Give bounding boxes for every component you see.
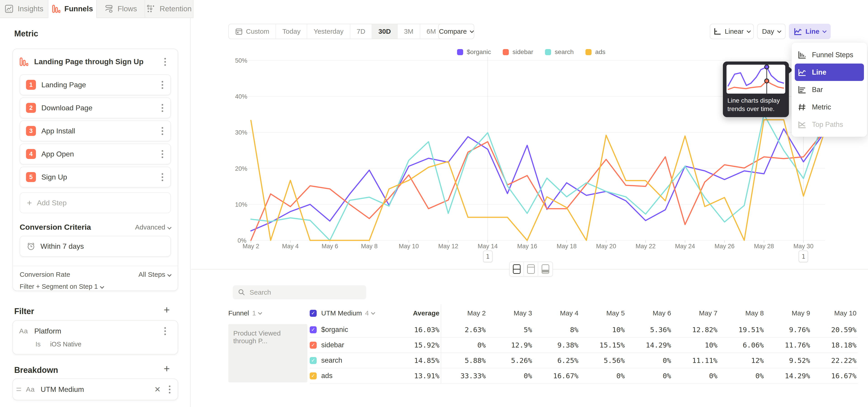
date-range-option[interactable]: 3M: [398, 24, 420, 39]
layout-chart-toggle[interactable]: [524, 262, 538, 276]
date-range-option[interactable]: Yesterday: [307, 24, 350, 39]
daily-value: 14.29%: [626, 338, 673, 353]
step-kebab-icon[interactable]: [160, 172, 164, 183]
annotation-marker[interactable]: 1: [483, 251, 493, 262]
drag-handle-icon[interactable]: [17, 388, 21, 391]
series-cell[interactable]: ✓$organic: [310, 322, 384, 338]
select-all-checkbox[interactable]: ✓: [310, 310, 317, 317]
bar-chart-icon: [798, 85, 807, 94]
close-icon[interactable]: ✕: [154, 385, 161, 394]
daily-value: 11.11%: [673, 353, 719, 368]
tab-retention[interactable]: Retention: [145, 0, 193, 18]
step-kebab-icon[interactable]: [160, 80, 164, 90]
series-checkbox[interactable]: ✓: [310, 357, 317, 364]
y-axis-label: 30%: [235, 129, 246, 136]
search-input[interactable]: [250, 288, 361, 296]
x-axis-label: May 26: [711, 243, 738, 250]
funnel-step-row[interactable]: 4App Open: [20, 144, 171, 164]
x-axis-label: May 24: [672, 243, 699, 250]
series-cell[interactable]: ✓search: [310, 353, 384, 368]
conversion-rate-label: Conversion Rate: [20, 271, 70, 278]
add-step-button[interactable]: + Add Step: [20, 192, 171, 213]
filter-heading: Filter: [14, 307, 34, 316]
funnel-step-row[interactable]: 2Download Page: [20, 97, 171, 118]
filter-condition[interactable]: Is iOS Native: [35, 341, 81, 348]
filter-card[interactable]: Aa Platform Is iOS Native: [12, 320, 178, 354]
filter-property: Platform: [34, 327, 61, 335]
date-column-header: May 8: [719, 309, 765, 317]
conversion-mode-select[interactable]: Advanced: [135, 223, 171, 231]
tab-flows[interactable]: Flows: [97, 0, 145, 18]
scale-select[interactable]: Linear: [710, 24, 754, 39]
series-checkbox[interactable]: ✓: [310, 342, 317, 349]
metric-card-header[interactable]: Landing Page through Sign Up: [19, 54, 173, 70]
metric-kebab-icon[interactable]: [163, 57, 167, 67]
breakdown-column-select[interactable]: ✓ UTM Medium 4: [310, 309, 384, 317]
funnel-steps-icon: [798, 51, 807, 60]
series-cell[interactable]: ✓ads: [310, 368, 384, 384]
average-value: 16.03%: [384, 322, 441, 338]
average-value: 15.92%: [384, 338, 441, 353]
daily-value: 20.59%: [811, 322, 858, 338]
chart-type-option-metric[interactable]: Metric: [792, 98, 867, 116]
tab-funnels[interactable]: Funnels: [49, 0, 97, 18]
compare-button[interactable]: Compare: [438, 24, 474, 39]
funnel-column-select[interactable]: Funnel 1: [228, 309, 310, 317]
filter-kebab-icon[interactable]: [163, 326, 167, 337]
step-kebab-icon[interactable]: [160, 126, 164, 136]
x-axis-label: May 6: [316, 243, 343, 250]
chart-type-option-funnel-steps[interactable]: Funnel Steps: [792, 46, 867, 64]
conversion-rate-select[interactable]: All Steps: [138, 271, 171, 278]
tooltip-text: Line charts display trends over time.: [727, 96, 785, 113]
date-column-header: May 4: [533, 309, 580, 317]
chart-type-select[interactable]: Line: [789, 24, 831, 39]
funnel-step-row[interactable]: 1Landing Page: [20, 74, 171, 95]
step-number-badge: 2: [26, 103, 36, 113]
layout-table-toggle[interactable]: [538, 262, 553, 276]
series-checkbox[interactable]: ✓: [310, 326, 317, 333]
tab-insights[interactable]: Insights: [0, 0, 49, 18]
metric-icon: [798, 103, 807, 112]
series-cell[interactable]: ✓sidebar: [310, 338, 384, 353]
step-kebab-icon[interactable]: [160, 149, 164, 159]
breakdown-card[interactable]: Aa UTM Medium ✕: [12, 378, 178, 400]
add-breakdown-button[interactable]: +: [164, 365, 170, 373]
add-filter-button[interactable]: +: [164, 306, 170, 314]
interval-select[interactable]: Day: [757, 24, 785, 39]
step-number-badge: 5: [26, 172, 36, 182]
breakdown-kebab-icon[interactable]: [167, 384, 172, 395]
funnel-step-row[interactable]: 5Sign Up: [20, 167, 171, 187]
daily-value: 22.22%: [811, 353, 858, 368]
layout-toggle-group: [509, 261, 553, 277]
tab-label: Retention: [160, 4, 191, 13]
step-label: Sign Up: [41, 173, 67, 181]
annotation-marker[interactable]: 1: [799, 251, 808, 262]
conversion-window-row[interactable]: Within 7 days: [20, 236, 171, 257]
chart-type-option-line[interactable]: Line: [795, 64, 864, 81]
chart-type-option-bar[interactable]: Bar: [792, 81, 867, 98]
daily-value: 9.52%: [765, 353, 811, 368]
date-range-option[interactable]: Custom: [229, 24, 276, 39]
date-range-option[interactable]: 7D: [350, 24, 372, 39]
tab-label: Funnels: [64, 4, 93, 13]
table-row: ✓sidebar15.92%0%12.9%9.38%15.15%14.29%10…: [228, 338, 868, 353]
funnel-step-row[interactable]: 3App Install: [20, 121, 171, 141]
chevron-down-icon: [470, 29, 474, 33]
x-axis-label: May 12: [435, 243, 462, 250]
daily-value: 14.29%: [765, 368, 811, 384]
top-paths-icon: [798, 120, 807, 129]
series-checkbox[interactable]: ✓: [310, 372, 317, 379]
filter-segment-select[interactable]: Filter + Segment on Step 1: [20, 283, 103, 290]
menu-item-label: Bar: [812, 86, 823, 94]
date-range-option[interactable]: Today: [276, 24, 307, 39]
date-range-option[interactable]: 30D: [372, 24, 398, 39]
y-axis-label: 10%: [235, 201, 246, 208]
daily-value: 19.51%: [719, 322, 765, 338]
daily-value: 0%: [487, 368, 533, 384]
breakdown-heading: Breakdown: [14, 366, 58, 375]
layout-split-toggle[interactable]: [510, 262, 524, 276]
step-kebab-icon[interactable]: [160, 103, 164, 113]
funnel-name-cell[interactable]: Product Viewed through P...: [228, 324, 307, 382]
daily-value: 33.33%: [441, 368, 487, 384]
chart-type-menu: Funnel StepsLineBarMetricTop Paths: [792, 42, 867, 137]
